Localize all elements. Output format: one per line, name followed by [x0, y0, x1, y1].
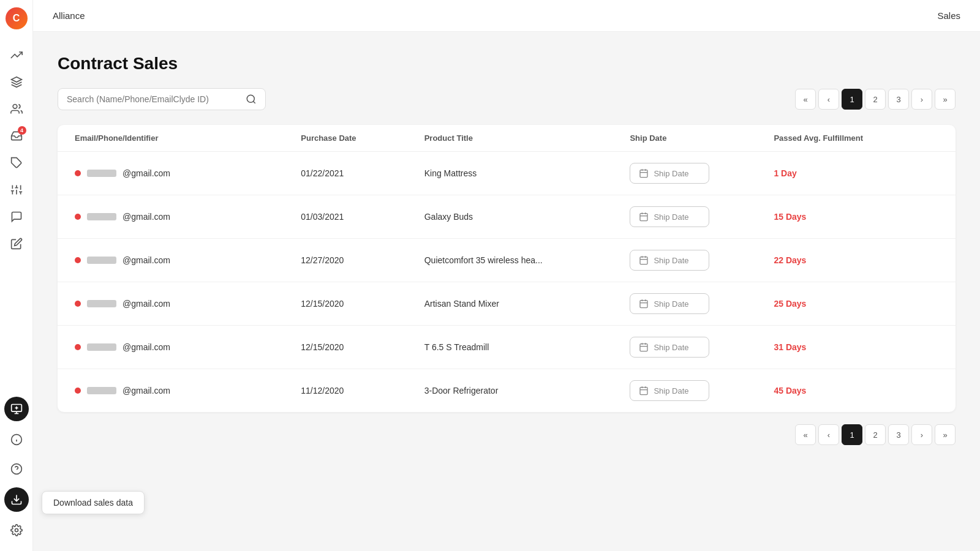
cell-product-1: Galaxy Buds: [424, 212, 630, 222]
settings-icon[interactable]: [6, 519, 28, 541]
message-icon[interactable]: [6, 206, 28, 228]
ship-date-button-4[interactable]: Ship Date: [630, 337, 709, 358]
sliders-icon[interactable]: [6, 179, 28, 201]
email-redacted-2: [87, 257, 116, 264]
search-icon: [246, 94, 257, 105]
sidebar-bottom: [4, 394, 29, 544]
col-fulfillment: Passed Avg. Fulfillment: [774, 133, 938, 143]
cell-fulfillment-0: 1 Day: [774, 168, 938, 178]
ship-date-button-5[interactable]: Ship Date: [630, 380, 709, 401]
download-area: Download sales data: [42, 491, 145, 514]
cell-email-4: @gmail.com: [75, 342, 301, 352]
search-box[interactable]: [58, 88, 266, 110]
svg-point-1: [13, 105, 17, 109]
bottom-page-2-button[interactable]: 2: [865, 424, 886, 445]
layers-icon[interactable]: [6, 71, 28, 93]
pagination-top: « ‹ 1 2 3 › »: [795, 89, 956, 110]
bottom-last-page-button[interactable]: »: [935, 424, 956, 445]
ship-date-button-1[interactable]: Ship Date: [630, 206, 709, 227]
email-redacted-0: [87, 170, 116, 177]
cell-ship-date-2: Ship Date: [630, 250, 774, 271]
cell-email-0: @gmail.com: [75, 168, 301, 178]
help-icon[interactable]: [6, 458, 28, 480]
cell-email-5: @gmail.com: [75, 386, 301, 395]
page-content: Contract Sales « ‹ 1 2 3 › » Email/Phone…: [33, 32, 980, 551]
main-content: Alliance Sales Contract Sales « ‹ 1 2 3 …: [33, 0, 980, 551]
search-input[interactable]: [67, 94, 246, 104]
table-row: @gmail.com 01/03/2021 Galaxy Buds Ship D…: [58, 195, 956, 239]
cell-fulfillment-2: 22 Days: [774, 255, 938, 265]
cell-product-3: Artisan Stand Mixer: [424, 299, 630, 309]
page-1-button[interactable]: 1: [842, 89, 862, 110]
inbox-badge: 4: [18, 126, 26, 135]
app-logo[interactable]: C: [6, 7, 28, 29]
svg-marker-0: [11, 77, 21, 82]
bottom-prev-page-button[interactable]: ‹: [818, 424, 839, 445]
calendar-icon-0: [639, 168, 649, 178]
email-suffix-4: @gmail.com: [123, 342, 170, 352]
svg-rect-46: [640, 388, 647, 395]
bottom-page-1-button[interactable]: 1: [842, 424, 862, 445]
col-ship-date: Ship Date: [630, 133, 774, 143]
edit-icon[interactable]: [6, 233, 28, 255]
email-suffix-3: @gmail.com: [123, 299, 170, 309]
cell-ship-date-5: Ship Date: [630, 380, 774, 401]
bottom-first-page-button[interactable]: «: [795, 424, 816, 445]
inbox-icon[interactable]: 4: [6, 125, 28, 147]
col-purchase-date: Purchase Date: [301, 133, 424, 143]
cell-product-2: Quietcomfort 35 wireless hea...: [424, 255, 630, 265]
bottom-next-page-button[interactable]: ›: [911, 424, 932, 445]
svg-rect-38: [640, 301, 647, 308]
page-2-button[interactable]: 2: [865, 89, 886, 110]
ship-date-button-0[interactable]: Ship Date: [630, 163, 709, 184]
cell-email-2: @gmail.com: [75, 255, 301, 265]
cell-ship-date-1: Ship Date: [630, 206, 774, 227]
first-page-button[interactable]: «: [795, 89, 816, 110]
cell-ship-date-4: Ship Date: [630, 337, 774, 358]
download-fab-button[interactable]: [4, 487, 29, 512]
page-3-button[interactable]: 3: [888, 89, 909, 110]
status-dot-5: [75, 388, 81, 394]
email-suffix-1: @gmail.com: [123, 212, 170, 222]
cell-date-2: 12/27/2020: [301, 255, 424, 265]
calendar-icon-4: [639, 342, 649, 352]
cell-product-4: T 6.5 S Treadmill: [424, 342, 630, 352]
cell-date-4: 12/15/2020: [301, 342, 424, 352]
table-row: @gmail.com 01/22/2021 King Mattress Ship…: [58, 152, 956, 195]
cell-date-0: 01/22/2021: [301, 168, 424, 178]
status-dot-3: [75, 301, 81, 307]
cell-ship-date-0: Ship Date: [630, 163, 774, 184]
page-title: Contract Sales: [58, 54, 956, 73]
tag-icon[interactable]: [6, 152, 28, 174]
ship-date-button-2[interactable]: Ship Date: [630, 250, 709, 271]
svg-rect-34: [640, 257, 647, 264]
svg-point-23: [15, 529, 18, 532]
last-page-button[interactable]: »: [935, 89, 956, 110]
cell-date-3: 12/15/2020: [301, 299, 424, 309]
add-fab-button[interactable]: [4, 397, 29, 421]
email-suffix-2: @gmail.com: [123, 255, 170, 265]
calendar-icon-1: [639, 212, 649, 222]
cell-fulfillment-4: 31 Days: [774, 342, 938, 352]
svg-rect-30: [640, 214, 647, 221]
cell-product-5: 3-Door Refrigerator: [424, 386, 630, 395]
cell-date-1: 01/03/2021: [301, 212, 424, 222]
ship-date-button-3[interactable]: Ship Date: [630, 293, 709, 314]
cell-fulfillment-1: 15 Days: [774, 212, 938, 222]
prev-page-button[interactable]: ‹: [818, 89, 839, 110]
info-icon[interactable]: [6, 429, 28, 451]
next-page-button[interactable]: ›: [911, 89, 932, 110]
trending-icon[interactable]: [6, 44, 28, 66]
table-header: Email/Phone/Identifier Purchase Date Pro…: [58, 125, 956, 152]
bottom-row: « ‹ 1 2 3 › »: [58, 424, 956, 445]
users-icon[interactable]: [6, 98, 28, 120]
table-row: @gmail.com 12/15/2020 T 6.5 S Treadmill …: [58, 326, 956, 369]
topbar-brand: Alliance: [53, 10, 85, 21]
svg-rect-26: [640, 170, 647, 178]
controls-row: « ‹ 1 2 3 › »: [58, 88, 956, 110]
svg-rect-42: [640, 344, 647, 351]
email-redacted-3: [87, 300, 116, 307]
calendar-icon-2: [639, 255, 649, 265]
bottom-page-3-button[interactable]: 3: [888, 424, 909, 445]
data-table: Email/Phone/Identifier Purchase Date Pro…: [58, 125, 956, 412]
